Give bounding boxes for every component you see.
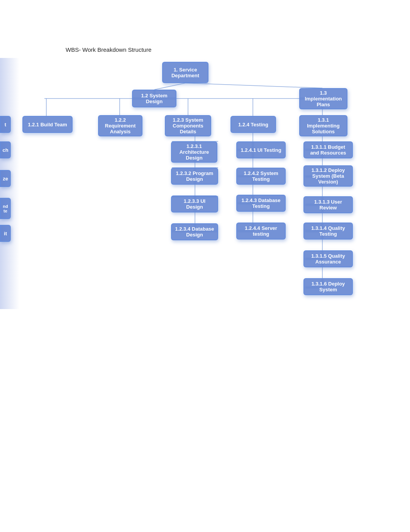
node-partial-t: t xyxy=(0,116,11,133)
node-1233: 1.2.3.3 UI Design xyxy=(171,195,218,212)
node-12: 1.2 SystemDesign xyxy=(132,90,176,107)
node-1314: 1.3.1.4 QualityTesting xyxy=(303,223,353,240)
node-1243: 1.2.4.3 DatabaseTesting xyxy=(236,195,286,212)
node-partial-nd: nd te xyxy=(0,198,11,219)
svg-line-1 xyxy=(185,83,322,88)
node-1316: 1.3.1.6 DeploySystem xyxy=(303,278,353,295)
node-partial-ch: ch xyxy=(0,141,11,158)
node-1232: 1.2.3.2 ProgramDesign xyxy=(171,168,218,185)
node-123: 1.2.3 SystemComponentsDetails xyxy=(165,115,211,136)
node-1312: 1.3.1.2 DeploySystem (BetaVersion) xyxy=(303,165,353,187)
node-1313: 1.3.1.3 UserReview xyxy=(303,196,353,213)
node-1234: 1.2.3.4 DatabaseDesign xyxy=(171,223,218,240)
node-121: 1.2.1 Build Team xyxy=(22,116,73,133)
node-root: 1. ServiceDepartment xyxy=(162,62,208,83)
node-1241: 1.2.4.1 UI Testing xyxy=(236,141,286,158)
node-partial-it: it xyxy=(0,225,11,242)
node-1315: 1.3.1.5 QualityAssurance xyxy=(303,250,353,267)
svg-line-0 xyxy=(154,83,185,90)
node-122: 1.2.2RequirementAnalysis xyxy=(98,115,142,136)
node-1244: 1.2.4.4 Servertesting xyxy=(236,223,286,240)
node-1231: 1.2.3.1ArchitectureDesign xyxy=(171,141,217,163)
node-13: 1.3ImplementationPlans xyxy=(299,88,347,109)
page-title: WBS- Work Breakdown Structure xyxy=(66,46,151,53)
node-1242: 1.2.4.2 SystemTesting xyxy=(236,168,286,185)
node-partial-ze: ze xyxy=(0,170,11,187)
node-124: 1.2.4 Testing xyxy=(230,116,276,133)
node-131: 1.3.1ImplementingSolutions xyxy=(299,115,347,136)
node-1311: 1.3.1.1 Budgetand Resources xyxy=(303,141,353,158)
